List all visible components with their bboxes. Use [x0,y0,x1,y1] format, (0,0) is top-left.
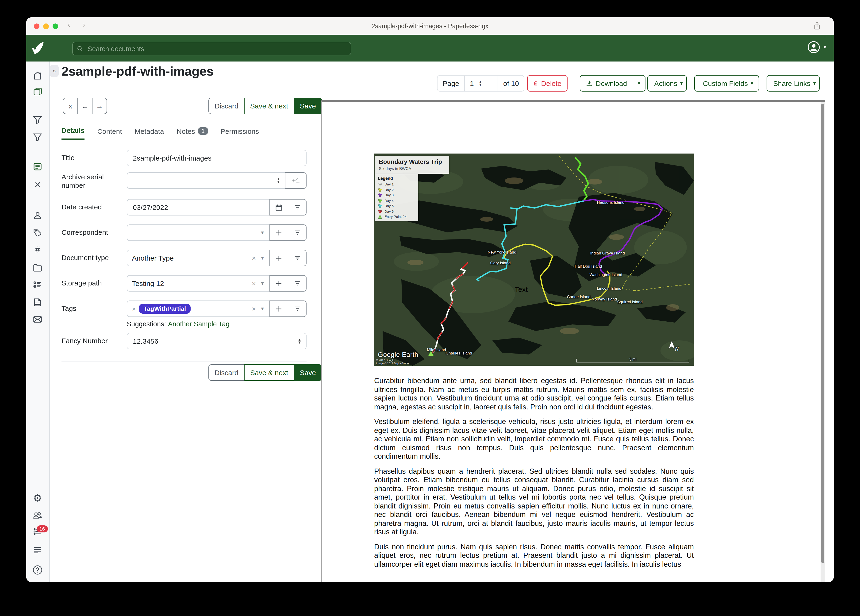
divider [61,361,306,362]
document-type-select[interactable]: Another Type ×▼ [127,250,270,266]
storage-path-add-button[interactable] [270,275,288,292]
legend-item: Day 2 [378,188,416,192]
sidebar-expand-button[interactable]: » [50,65,59,77]
fancy-number-spinner-icon[interactable]: ▲▼ [298,338,301,344]
save-button[interactable]: Save [294,97,322,114]
tags-filter-button[interactable] [288,300,306,317]
correspondent-filter-button[interactable] [288,225,306,241]
map-place-label: Squirrel Island [617,300,643,305]
map-place-label: Mile Island [427,347,446,352]
save-button[interactable]: Save [294,365,322,381]
document-type-filter-button[interactable] [288,250,306,266]
calendar-icon [275,204,282,211]
tab-details[interactable]: Details [61,126,85,140]
sidebar-item-open-document[interactable] [32,161,43,172]
plus-icon [276,305,282,312]
dropdown-caret-icon[interactable]: ▼ [260,306,265,311]
page-spinner-icon[interactable]: ▲▼ [479,80,482,86]
user-menu[interactable]: ▾ [808,41,826,53]
sidebar-item-correspondents[interactable] [32,210,43,221]
fancy-number-field[interactable]: ▲▼ [127,333,306,349]
sidebar-item-custom-fields[interactable] [32,279,43,290]
tags-select[interactable]: × TagWithPartial ×▼ [127,300,270,317]
discard-button[interactable]: Discard [209,97,245,114]
pdf-paragraph: Duis non tincidunt purus. Nam quis sapie… [374,542,694,569]
custom-fields-button[interactable]: Custom Fields▾ [694,75,759,91]
correspondent-add-button[interactable] [270,225,288,241]
document-type-add-button[interactable] [270,250,288,266]
plus-icon [276,255,282,261]
save-group-top: Discard Save & next Save [209,97,322,114]
dropdown-caret-icon[interactable]: ▼ [260,230,265,235]
legend-item: Day 5 [378,204,416,208]
save-next-button[interactable]: Save & next [244,365,294,381]
sidebar-item-saved-view-1[interactable] [32,114,43,125]
sidebar-item-documents[interactable] [32,86,43,97]
page-title: 2sample-pdf-with-images [61,64,213,79]
tab-permissions[interactable]: Permissions [221,126,259,140]
discard-button[interactable]: Discard [209,365,245,381]
map-place-label: Half Dog Island [574,264,602,268]
preview-scrollbar-thumb[interactable] [821,104,824,563]
next-document-button[interactable]: → [92,97,107,114]
search-input[interactable] [86,44,347,53]
filter-icon [293,255,301,261]
sidebar-item-saved-view-2[interactable] [32,132,43,143]
sidebar-close-all-documents-icon[interactable]: ✕ [32,179,43,191]
pdf-paragraph: Phasellus dapibus quam a hendrerit place… [374,467,694,536]
sidebar-item-mail[interactable] [32,314,43,325]
clear-icon[interactable]: × [252,254,256,262]
save-next-button[interactable]: Save & next [244,97,294,114]
share-icon[interactable] [813,22,821,32]
sidebar-item-document-types[interactable]: # [32,244,43,255]
sidebar-item-users-groups[interactable] [32,510,43,521]
share-links-button[interactable]: Share Links▾ [767,75,820,91]
clear-icon[interactable]: × [252,279,256,288]
sidebar-item-storage-paths[interactable] [32,262,43,273]
sidebar-item-help[interactable] [32,564,43,576]
sidebar-item-settings-gear-icon[interactable]: ⚙ [32,492,43,504]
storage-path-filter-button[interactable] [288,275,306,292]
map-figure: Boundary Waters Trip Six days in BWCA Le… [374,154,694,366]
dropdown-caret-icon[interactable]: ▼ [260,281,265,286]
date-filter-button[interactable] [288,199,306,215]
sidebar-item-dashboard[interactable] [32,70,43,81]
tab-content[interactable]: Content [97,126,122,140]
notes-count-badge: 1 [198,127,208,135]
sidebar-item-tags[interactable] [32,227,43,238]
legend-item: Entry Point 24 [378,215,416,219]
previous-document-button[interactable]: ← [77,97,93,114]
asn-input[interactable]: ▲▼ [127,172,286,189]
preview-scrollbar[interactable] [821,102,825,582]
download-options-caret[interactable]: ▾ [632,75,645,91]
filter-icon [293,204,301,211]
sidebar-item-workflows[interactable] [32,297,43,308]
calendar-button[interactable] [270,199,288,215]
sidebar-item-logs[interactable] [32,545,43,556]
tab-notes[interactable]: Notes1 [177,126,208,140]
clear-icon[interactable]: × [252,305,256,313]
map-subtitle: Six days in BWCA [379,166,446,171]
suggested-tag-link[interactable]: Another Sample Tag [168,320,229,328]
asn-number-input[interactable] [132,176,276,185]
date-created-input[interactable] [132,203,265,212]
dropdown-caret-icon[interactable]: ▼ [260,255,265,261]
actions-button[interactable]: Actions▾ [647,75,687,91]
tab-metadata[interactable]: Metadata [135,126,164,140]
fancy-number-input[interactable] [132,337,298,346]
tags-add-button[interactable] [270,300,288,317]
title-input[interactable] [132,154,301,162]
storage-path-select[interactable]: Testing 12 ×▼ [127,275,270,292]
remove-tag-icon[interactable]: × [132,305,136,313]
download-button[interactable]: Download [580,75,633,91]
delete-button[interactable]: Delete [527,75,568,91]
page-number-field[interactable]: 1 ▲▼ [464,75,497,91]
asn-plus-one-button[interactable]: +1 [285,172,306,189]
map-title: Boundary Waters Trip [379,158,446,165]
asn-spinner-icon[interactable]: ▲▼ [276,178,280,183]
close-document-button[interactable]: x [63,97,78,114]
filter-icon [293,280,301,286]
correspondent-select[interactable]: ▼ [127,225,270,241]
window-title: 2sample-pdf-with-images - Paperless-ngx [26,17,834,35]
tag-chip[interactable]: TagWithPartial [139,304,191,314]
